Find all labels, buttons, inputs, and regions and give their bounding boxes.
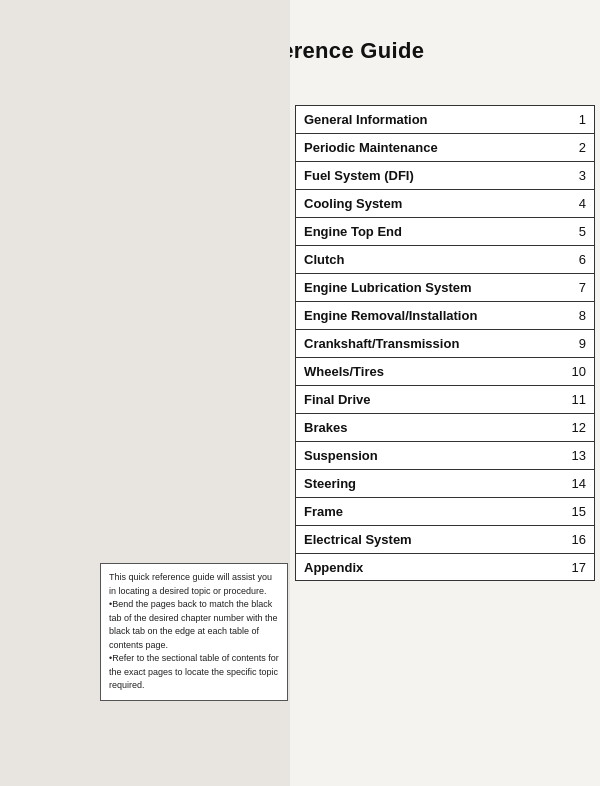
toc-item[interactable]: Engine Lubrication System7 xyxy=(295,273,595,301)
toc-item-number: 8 xyxy=(564,308,586,323)
toc-item[interactable]: General Information1 xyxy=(295,105,595,133)
toc-item-label: Fuel System (DFI) xyxy=(304,168,564,183)
toc-item-number: 7 xyxy=(564,280,586,295)
toc-item[interactable]: Clutch6 xyxy=(295,245,595,273)
toc-item-label: Brakes xyxy=(304,420,564,435)
note-box: This quick reference guide will assist y… xyxy=(100,563,288,701)
toc-item-label: Cooling System xyxy=(304,196,564,211)
toc-item-label: Steering xyxy=(304,476,564,491)
toc-item-number: 14 xyxy=(564,476,586,491)
toc-item[interactable]: Fuel System (DFI)3 xyxy=(295,161,595,189)
toc-item[interactable]: Suspension13 xyxy=(295,441,595,469)
toc-item[interactable]: Cooling System4 xyxy=(295,189,595,217)
toc-item-label: Wheels/Tires xyxy=(304,364,564,379)
toc-item-label: Electrical System xyxy=(304,532,564,547)
toc-item[interactable]: Appendix17 xyxy=(295,553,595,581)
toc-item[interactable]: Engine Removal/Installation8 xyxy=(295,301,595,329)
toc-item-label: Frame xyxy=(304,504,564,519)
toc-item[interactable]: Electrical System16 xyxy=(295,525,595,553)
toc-item-number: 17 xyxy=(564,560,586,575)
toc-container: General Information1Periodic Maintenance… xyxy=(295,105,595,581)
toc-item[interactable]: Frame15 xyxy=(295,497,595,525)
toc-item[interactable]: Final Drive11 xyxy=(295,385,595,413)
toc-item-number: 10 xyxy=(564,364,586,379)
toc-item[interactable]: Crankshaft/Transmission9 xyxy=(295,329,595,357)
toc-item[interactable]: Engine Top End5 xyxy=(295,217,595,245)
toc-item-label: General Information xyxy=(304,112,564,127)
toc-item-label: Engine Top End xyxy=(304,224,564,239)
toc-item-label: Engine Lubrication System xyxy=(304,280,564,295)
page: Quick Reference Guide General Informatio… xyxy=(0,0,600,786)
toc-item-label: Final Drive xyxy=(304,392,564,407)
toc-item-number: 9 xyxy=(564,336,586,351)
toc-item-number: 11 xyxy=(564,392,586,407)
toc-item-number: 4 xyxy=(564,196,586,211)
toc-item-number: 3 xyxy=(564,168,586,183)
toc-item-label: Periodic Maintenance xyxy=(304,140,564,155)
toc-item-label: Engine Removal/Installation xyxy=(304,308,564,323)
note-box-text: This quick reference guide will assist y… xyxy=(109,571,279,693)
toc-item-label: Suspension xyxy=(304,448,564,463)
toc-item-number: 13 xyxy=(564,448,586,463)
toc-item-number: 2 xyxy=(564,140,586,155)
toc-item-number: 5 xyxy=(564,224,586,239)
toc-item-number: 12 xyxy=(564,420,586,435)
toc-item[interactable]: Steering14 xyxy=(295,469,595,497)
toc-item-number: 15 xyxy=(564,504,586,519)
toc-item-number: 16 xyxy=(564,532,586,547)
toc-item-label: Appendix xyxy=(304,560,564,575)
toc-item-label: Clutch xyxy=(304,252,564,267)
toc-item-number: 1 xyxy=(564,112,586,127)
toc-item-number: 6 xyxy=(564,252,586,267)
toc-item-label: Crankshaft/Transmission xyxy=(304,336,564,351)
toc-item[interactable]: Periodic Maintenance2 xyxy=(295,133,595,161)
toc-item[interactable]: Wheels/Tires10 xyxy=(295,357,595,385)
toc-item[interactable]: Brakes12 xyxy=(295,413,595,441)
